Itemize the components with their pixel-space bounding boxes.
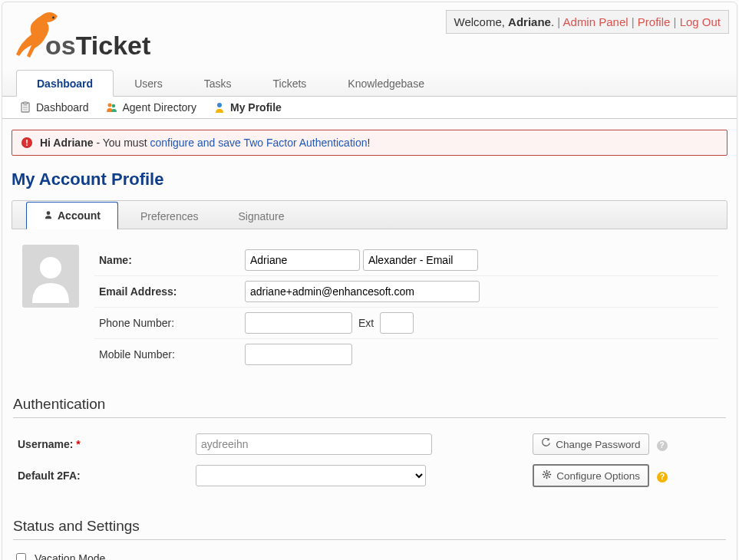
logo: osTicket <box>7 7 165 64</box>
subtab-dashboard-label: Dashboard <box>36 101 89 114</box>
svg-line-20 <box>549 471 550 473</box>
svg-point-0 <box>52 17 54 19</box>
username-input[interactable] <box>196 433 432 455</box>
tab-users[interactable]: Users <box>114 70 183 97</box>
welcome-box: Welcome, Adriane. | Admin Panel | Profil… <box>446 10 730 34</box>
alert-icon: ! <box>21 137 32 148</box>
change-password-label: Change Password <box>556 439 640 450</box>
ext-label: Ext <box>358 317 374 329</box>
subtab-agent-directory[interactable]: Agent Directory <box>106 101 196 114</box>
phone-label: Phone Number: <box>94 308 240 339</box>
logo-main: Ticket <box>76 31 151 60</box>
svg-point-12 <box>546 473 549 476</box>
clipboard-icon <box>19 101 31 114</box>
alert-greeting: Hi Adriane <box>40 137 94 149</box>
main-tabs: Dashboard Users Tasks Tickets Knowledgeb… <box>2 69 737 97</box>
subtab-agentdir-label: Agent Directory <box>123 101 196 114</box>
first-name-input[interactable] <box>245 249 360 271</box>
svg-point-9 <box>217 103 222 107</box>
phone-input[interactable] <box>245 312 352 334</box>
alert-2fa: ! Hi Adriane - You must configure and sa… <box>12 130 727 156</box>
change-password-button[interactable]: Change Password <box>533 433 648 455</box>
tab-tasks[interactable]: Tasks <box>183 70 252 97</box>
username-label: Username: <box>18 438 73 450</box>
user-icon <box>213 101 226 114</box>
vacation-mode-checkbox[interactable] <box>16 553 26 560</box>
email-label: Email Address: <box>94 276 240 308</box>
inner-tab-account[interactable]: Account <box>26 202 118 229</box>
required-asterisk: * <box>76 438 80 450</box>
welcome-prefix: Welcome, <box>454 15 509 28</box>
inner-tab-account-label: Account <box>58 209 101 222</box>
subtab-my-profile[interactable]: My Profile <box>213 101 282 114</box>
help-icon-warn[interactable]: ? <box>657 472 668 483</box>
refresh-icon <box>541 438 551 450</box>
users-icon <box>106 101 118 114</box>
status-section-title: Status and Settings <box>13 518 726 540</box>
sub-tabs: Dashboard Agent Directory My Profile <box>2 97 737 119</box>
svg-point-7 <box>107 104 111 107</box>
welcome-username: Adriane <box>508 15 551 28</box>
tab-knowledgebase[interactable]: Knowledgebase <box>327 70 445 97</box>
alert-link[interactable]: configure and save Two Factor Authentica… <box>150 137 367 149</box>
svg-line-19 <box>544 476 546 478</box>
name-label: Name: <box>94 245 240 276</box>
subtab-myprofile-label: My Profile <box>230 101 282 114</box>
twofa-label: Default 2FA: <box>13 460 191 492</box>
user-solid-icon <box>44 209 53 222</box>
email-input[interactable] <box>245 281 480 302</box>
configure-options-label: Configure Options <box>556 470 640 482</box>
logo-prefix: os <box>45 31 76 60</box>
inner-tabs: Account Preferences Signature <box>12 200 727 229</box>
subtab-dashboard[interactable]: Dashboard <box>19 101 89 114</box>
svg-text:osTicket: osTicket <box>45 31 150 60</box>
svg-rect-3 <box>24 102 28 104</box>
inner-tab-preferences[interactable]: Preferences <box>123 202 216 229</box>
vacation-mode-label: Vacation Mode <box>35 552 105 561</box>
svg-point-10 <box>47 211 51 215</box>
avatar <box>22 245 79 308</box>
tab-tickets[interactable]: Tickets <box>252 70 327 97</box>
gear-icon <box>542 469 552 482</box>
auth-section-title: Authentication <box>13 396 726 418</box>
admin-panel-link[interactable]: Admin Panel <box>563 15 628 28</box>
last-name-input[interactable] <box>363 249 478 271</box>
tab-dashboard[interactable]: Dashboard <box>16 70 114 97</box>
logout-link[interactable]: Log Out <box>680 15 721 28</box>
profile-link[interactable]: Profile <box>638 15 671 28</box>
mobile-label: Mobile Number: <box>94 339 240 371</box>
ext-input[interactable] <box>380 312 414 334</box>
svg-point-11 <box>40 257 61 278</box>
svg-line-18 <box>549 476 550 478</box>
mobile-input[interactable] <box>245 344 352 365</box>
alert-dash: - You must <box>94 137 150 149</box>
page-title: My Account Profile <box>12 170 727 189</box>
configure-options-button[interactable]: Configure Options <box>533 464 649 487</box>
help-icon[interactable]: ? <box>657 440 668 451</box>
svg-point-8 <box>111 104 115 108</box>
inner-tab-signature[interactable]: Signature <box>220 202 302 229</box>
svg-line-17 <box>544 471 546 473</box>
twofa-select[interactable] <box>196 465 426 486</box>
